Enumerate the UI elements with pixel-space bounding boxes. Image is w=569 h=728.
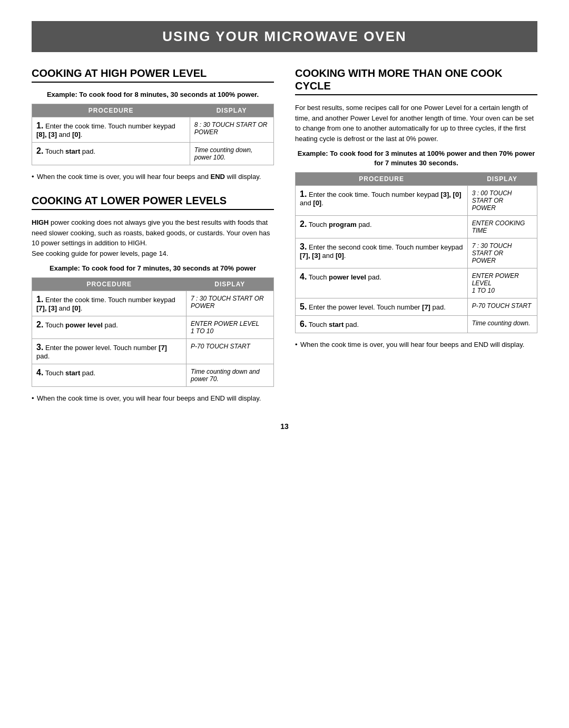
lower-step-4-display: Time counting down and power 70.	[187, 364, 274, 387]
col-header-display-lower: DISPLAY	[187, 278, 274, 291]
multi-step-3-display: 7 : 30 TOUCH START ORPOWER	[467, 238, 537, 268]
col-header-procedure-high: PROCEDURE	[32, 104, 190, 117]
section-title-high-power: COOKING AT HIGH POWER LEVEL	[32, 67, 274, 83]
left-column: COOKING AT HIGH POWER LEVEL Example: To …	[32, 67, 274, 406]
multi-cycle-body: For best results, some recipes call for …	[295, 103, 537, 144]
multi-step-5-procedure: 5. Enter the power level. Touch number […	[296, 298, 468, 316]
step-2-procedure-high: 2. Touch start pad.	[32, 143, 190, 165]
lower-step-2-procedure: 2. Touch power level pad.	[32, 316, 187, 339]
lower-step-1-display: 7 : 30 TOUCH START ORPOWER	[187, 291, 274, 316]
col-header-display-high: DISPLAY	[190, 104, 273, 117]
table-row: 2. Touch program pad. ENTER COOKING TIME	[296, 216, 537, 238]
multi-step-6-procedure: 6. Touch start pad.	[296, 316, 468, 333]
table-row: 2. Touch power level pad. ENTER POWER LE…	[32, 316, 274, 339]
multi-step-1-display: 3 : 00 TOUCH START ORPOWER	[467, 186, 537, 216]
lower-step-1-procedure: 1. Enter the cook time. Touch number key…	[32, 291, 187, 316]
multi-cycle-table: PROCEDURE DISPLAY 1. Enter the cook time…	[295, 172, 537, 333]
note-lower-power: When the cook time is over, you will hea…	[32, 394, 274, 402]
lower-step-3-procedure: 3. Enter the power level. Touch number […	[32, 339, 187, 364]
table-row: 4. Touch start pad. Time counting down a…	[32, 364, 274, 387]
example-heading-multi: Example: To cook food for 3 minutes at 1…	[295, 149, 537, 168]
table-row: 1. Enter the cook time. Touch number key…	[296, 186, 537, 216]
col-header-display-multi: DISPLAY	[467, 173, 537, 186]
table-row: 4. Touch power level pad. ENTER POWER LE…	[296, 268, 537, 298]
multi-step-2-procedure: 2. Touch program pad.	[296, 216, 468, 238]
multi-step-6-display: Time counting down.	[467, 316, 537, 333]
table-row: 1. Enter the cook time. Touch number key…	[32, 291, 274, 316]
example-heading-high: Example: To cook food for 8 minutes, 30 …	[32, 90, 274, 99]
col-header-procedure-multi: PROCEDURE	[296, 173, 468, 186]
note-high-power: When the cook time is over, you will hea…	[32, 173, 274, 181]
lower-step-4-procedure: 4. Touch start pad.	[32, 364, 187, 387]
table-row: 5. Enter the power level. Touch number […	[296, 298, 537, 316]
multi-step-4-display: ENTER POWER LEVEL1 TO 10	[467, 268, 537, 298]
multi-step-4-procedure: 4. Touch power level pad.	[296, 268, 468, 298]
note-multi-cycle: When the cook time is over, you will hea…	[295, 341, 537, 348]
multi-step-1-procedure: 1. Enter the cook time. Touch number key…	[296, 186, 468, 216]
lower-step-2-display: ENTER POWER LEVEL1 TO 10	[187, 316, 274, 339]
multi-step-3-procedure: 3. Enter the second cook time. Touch num…	[296, 238, 468, 268]
table-row: 1. Enter the cook time. Touch number key…	[32, 117, 274, 143]
step-2-display-high: Time counting down, power 100.	[190, 143, 273, 165]
step-1-display-high: 8 : 30 TOUCH START ORPOWER	[190, 117, 273, 143]
lower-step-3-display: P-70 TOUCH START	[187, 339, 274, 364]
section-multi-cycle: COOKING WITH MORE THAN ONE COOK CYCLE Fo…	[295, 67, 537, 348]
table-row: 6. Touch start pad. Time counting down.	[296, 316, 537, 333]
example-heading-lower: Example: To cook food for 7 minutes, 30 …	[32, 264, 274, 273]
page-title: USING YOUR MICROWAVE OVEN	[32, 21, 537, 52]
multi-step-5-display: P-70 TOUCH START	[467, 298, 537, 316]
section-high-power: COOKING AT HIGH POWER LEVEL Example: To …	[32, 67, 274, 181]
page-number: 13	[32, 422, 537, 431]
section-title-multi-cycle: COOKING WITH MORE THAN ONE COOK CYCLE	[295, 67, 537, 95]
table-row: 2. Touch start pad. Time counting down, …	[32, 143, 274, 165]
col-header-procedure-lower: PROCEDURE	[32, 278, 187, 291]
lower-power-table: PROCEDURE DISPLAY 1. Enter the cook time…	[32, 277, 274, 387]
section-lower-power: COOKING AT LOWER POWER LEVELS HIGH power…	[32, 194, 274, 402]
lower-power-body: HIGH power cooking does not always give …	[32, 217, 274, 258]
table-row: 3. Enter the power level. Touch number […	[32, 339, 274, 364]
step-1-procedure-high: 1. Enter the cook time. Touch number key…	[32, 117, 190, 143]
right-column: COOKING WITH MORE THAN ONE COOK CYCLE Fo…	[295, 67, 537, 406]
table-row: 3. Enter the second cook time. Touch num…	[296, 238, 537, 268]
high-power-table: PROCEDURE DISPLAY 1. Enter the cook time…	[32, 104, 274, 165]
section-title-lower-power: COOKING AT LOWER POWER LEVELS	[32, 194, 274, 210]
multi-step-2-display: ENTER COOKING TIME	[467, 216, 537, 238]
